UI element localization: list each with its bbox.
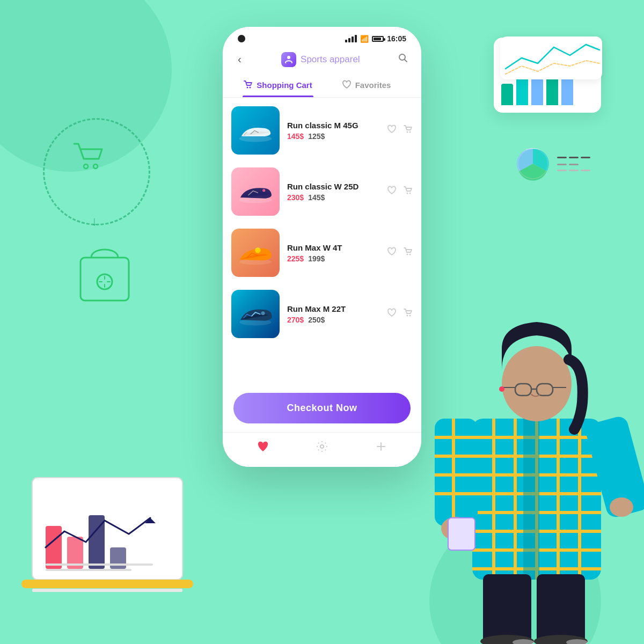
svg-point-14 (262, 189, 265, 192)
search-button[interactable] (396, 50, 411, 68)
price-old-1: 145$ (287, 132, 304, 141)
product-name-2: Run classic W 25D (287, 182, 379, 191)
tab-shopping-cart[interactable]: Shopping Cart (233, 72, 322, 97)
product-image-3 (231, 229, 280, 277)
time-display: 16:05 (387, 34, 406, 43)
dashed-arrow-decoration: ↓ (91, 214, 98, 229)
svg-point-19 (407, 253, 408, 255)
deco-bag-icon (75, 236, 134, 308)
product-image-2 (231, 167, 280, 216)
wishlist-icon-3[interactable] (387, 247, 397, 259)
svg-rect-35 (46, 564, 153, 566)
cart-icon-1[interactable] (403, 125, 413, 137)
product-name-4: Run Max M 22T (287, 304, 379, 313)
status-right: 📶 16:05 (345, 34, 406, 43)
line-chart-mini-card (500, 36, 602, 79)
price-new-2: 145$ (308, 193, 325, 202)
svg-point-8 (247, 87, 248, 89)
price-new-4: 250$ (308, 316, 325, 324)
tab-favorites[interactable]: Favorites (322, 72, 411, 97)
svg-rect-37 (32, 589, 182, 592)
product-actions-3 (387, 247, 413, 259)
product-info-3: Run Max W 4T 225$ 199$ (287, 243, 379, 263)
product-name-1: Run classic M 45G (287, 121, 379, 130)
svg-rect-60 (448, 518, 475, 550)
nav-heart-icon[interactable] (257, 440, 269, 456)
person-illustration (419, 295, 644, 644)
product-name-3: Run Max W 4T (287, 243, 379, 252)
signal-icon (345, 35, 357, 42)
product-prices-1: 145$ 125$ (287, 132, 379, 141)
checkout-button[interactable]: Checkout Now (233, 393, 411, 423)
svg-line-7 (405, 60, 407, 62)
svg-point-23 (407, 314, 408, 316)
svg-point-1 (93, 164, 98, 169)
battery-icon (372, 36, 384, 42)
bar-1 (501, 84, 513, 105)
svg-point-0 (84, 164, 88, 169)
back-button[interactable]: ‹ (233, 51, 246, 68)
cart-icon-3[interactable] (403, 247, 413, 259)
product-actions-4 (387, 308, 413, 320)
svg-rect-71 (537, 574, 585, 644)
svg-point-22 (261, 311, 265, 315)
nav-settings-icon[interactable] (316, 440, 328, 456)
svg-rect-30 (46, 526, 62, 569)
svg-point-15 (407, 192, 408, 194)
price-old-4: 270$ (287, 316, 304, 324)
logo-icon (281, 52, 296, 67)
product-item: Run classic M 45G 145$ 125$ (231, 103, 413, 158)
svg-point-9 (250, 87, 251, 89)
svg-point-20 (409, 253, 411, 255)
bar-3 (531, 78, 543, 105)
status-bar: 📶 16:05 (223, 27, 421, 46)
svg-point-12 (409, 131, 411, 133)
svg-rect-52 (523, 419, 539, 580)
svg-point-18 (255, 247, 261, 253)
product-item: Run classic W 25D 230$ 145$ (231, 164, 413, 219)
svg-point-11 (407, 131, 408, 133)
svg-point-63 (502, 346, 572, 421)
phone-mockup: 📶 16:05 ‹ Sports apparel (223, 27, 421, 467)
price-old-3: 225$ (287, 254, 304, 263)
app-header: ‹ Sports apparel (223, 46, 421, 72)
product-prices-2: 230$ 145$ (287, 193, 379, 202)
svg-point-69 (499, 386, 504, 392)
wishlist-icon-4[interactable] (387, 308, 397, 320)
product-item: Run Max M 22T 270$ 250$ (231, 287, 413, 341)
cart-icon-4[interactable] (403, 308, 413, 320)
product-info-2: Run classic W 25D 230$ 145$ (287, 182, 379, 202)
wishlist-icon-1[interactable] (387, 125, 397, 137)
tab-bar: Shopping Cart Favorites (223, 72, 421, 98)
wifi-icon: 📶 (360, 35, 369, 43)
camera-dot (238, 35, 245, 42)
price-new-3: 199$ (308, 254, 325, 263)
svg-point-5 (287, 56, 290, 59)
svg-rect-70 (483, 574, 531, 644)
svg-point-62 (610, 497, 633, 517)
product-info-1: Run classic M 45G 145$ 125$ (287, 121, 379, 141)
product-list: Run classic M 45G 145$ 125$ (223, 98, 421, 384)
product-image-4 (231, 290, 280, 338)
deco-cart-icon (70, 140, 107, 174)
wishlist-icon-2[interactable] (387, 186, 397, 198)
bar-5 (561, 76, 573, 105)
product-image-1 (231, 106, 280, 155)
app-name: Sports apparel (301, 54, 360, 65)
svg-rect-53 (435, 419, 478, 526)
svg-point-25 (320, 445, 324, 448)
price-old-2: 230$ (287, 193, 304, 202)
product-actions-2 (387, 186, 413, 198)
svg-rect-29 (21, 580, 193, 588)
pie-chart-decoration (514, 145, 590, 182)
product-prices-3: 225$ 199$ (287, 254, 379, 263)
checkout-section: Checkout Now (223, 384, 421, 432)
laptop-illustration (16, 472, 220, 612)
svg-rect-36 (46, 569, 131, 571)
nav-plus-icon[interactable] (375, 440, 387, 456)
cart-icon-2[interactable] (403, 186, 413, 198)
product-item: Run Max W 4T 225$ 199$ (231, 225, 413, 280)
product-actions-1 (387, 125, 413, 137)
svg-point-24 (409, 314, 411, 316)
app-logo: Sports apparel (281, 52, 360, 67)
